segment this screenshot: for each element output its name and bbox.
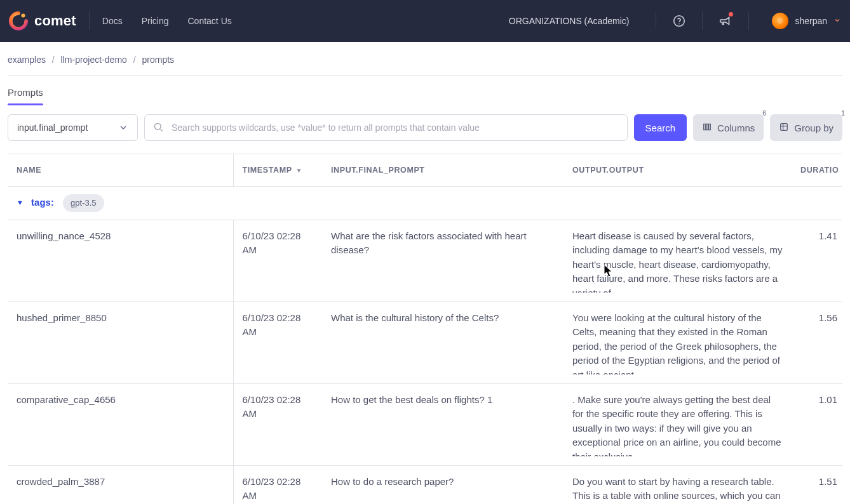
output-text: You were looking at the cultural history…: [572, 311, 784, 375]
svg-rect-5: [704, 124, 706, 129]
divider: [89, 12, 90, 30]
col-output[interactable]: OUTPUT.OUTPUT: [563, 154, 792, 187]
avatar: [772, 13, 788, 29]
col-name[interactable]: NAME: [8, 154, 233, 187]
org-label[interactable]: ORGANIZATIONS (Academic): [509, 16, 630, 26]
svg-rect-8: [781, 123, 788, 130]
divider: [656, 12, 656, 30]
groupby-icon: [779, 122, 789, 134]
chevron-down-icon: [833, 16, 841, 26]
tab-bar: Prompts: [8, 87, 842, 105]
svg-point-2: [679, 23, 680, 25]
prompts-table: NAME TIMESTAMP ▼ INPUT.FINAL_PROMPT OUTP…: [8, 154, 842, 504]
logo-text: comet: [34, 13, 76, 29]
cell-input: How to do a research paper?: [322, 465, 563, 504]
svg-point-4: [154, 123, 161, 129]
breadcrumb: examples / llm-project-demo / prompts: [8, 55, 842, 76]
cell-timestamp: 6/10/23 02:28 AM: [233, 383, 322, 465]
cell-duration: 1.56: [792, 302, 842, 383]
logo-icon: [9, 11, 28, 30]
cell-input: What are the risk factors associated wit…: [322, 220, 563, 302]
field-select-value: input.final_prompt: [17, 123, 88, 133]
col-timestamp[interactable]: TIMESTAMP ▼: [233, 154, 322, 187]
groupby-badge: 1: [841, 109, 845, 117]
nav-link-docs[interactable]: Docs: [102, 16, 123, 26]
cell-name: hushed_primer_8850: [8, 302, 233, 383]
nav-link-contact[interactable]: Contact Us: [188, 16, 232, 26]
svg-rect-6: [706, 124, 708, 129]
announcements-icon[interactable]: [715, 11, 736, 31]
cell-name: comparative_cap_4656: [8, 383, 233, 465]
cell-timestamp: 6/10/23 02:28 AM: [233, 220, 322, 302]
field-select[interactable]: input.final_prompt: [8, 114, 138, 141]
cell-name: unwilling_nance_4528: [8, 220, 233, 302]
cell-input: What is the cultural history of the Celt…: [322, 302, 563, 383]
cell-name: crowded_palm_3887: [8, 465, 233, 504]
breadcrumb-item[interactable]: examples: [8, 55, 46, 65]
group-row[interactable]: ▼ tags: gpt-3.5: [8, 187, 842, 220]
output-text: . Make sure you're always getting the be…: [572, 393, 784, 456]
table-row[interactable]: hushed_primer_8850 6/10/23 02:28 AM What…: [8, 302, 842, 383]
columns-badge: 6: [762, 109, 766, 117]
sort-desc-icon: ▼: [295, 167, 302, 174]
cell-output: . Make sure you're always getting the be…: [563, 383, 792, 465]
nav-right: ORGANIZATIONS (Academic) sherpan: [509, 11, 841, 31]
search-icon: [152, 121, 164, 135]
tag-pill: gpt-3.5: [63, 194, 104, 212]
cell-duration: 1.41: [792, 220, 842, 302]
columns-button[interactable]: Columns 6: [693, 114, 764, 141]
cell-output: Heart disease is caused by several facto…: [563, 220, 792, 302]
columns-icon: [702, 122, 712, 134]
caret-down-icon: ▼: [17, 197, 24, 208]
svg-point-0: [22, 14, 25, 18]
user-menu[interactable]: sherpan: [772, 13, 841, 29]
col-input[interactable]: INPUT.FINAL_PROMPT: [322, 154, 563, 187]
output-text: Do you want to start by having a researc…: [572, 475, 784, 505]
cell-duration: 1.51: [792, 465, 842, 504]
controls-row: input.final_prompt Search Columns 6 Grou…: [8, 114, 842, 141]
cell-output: You were looking at the cultural history…: [563, 302, 792, 383]
logo[interactable]: comet: [9, 11, 76, 30]
col-duration[interactable]: DURATIO: [792, 154, 842, 187]
help-icon[interactable]: [669, 11, 689, 31]
top-nav: comet Docs Pricing Contact Us ORGANIZATI…: [0, 0, 850, 42]
columns-label: Columns: [717, 123, 755, 133]
breadcrumb-sep: /: [133, 55, 136, 65]
cell-output: Do you want to start by having a researc…: [563, 465, 792, 504]
breadcrumb-current: prompts: [142, 55, 175, 65]
search-input[interactable]: [170, 122, 619, 133]
breadcrumb-item[interactable]: llm-project-demo: [61, 55, 127, 65]
table-row[interactable]: crowded_palm_3887 6/10/23 02:28 AM How t…: [8, 465, 842, 504]
search-button[interactable]: Search: [634, 114, 687, 141]
search-input-wrap: [144, 114, 628, 141]
user-name: sherpan: [795, 16, 827, 26]
cell-input: How to get the best deals on flights? 1: [322, 383, 563, 465]
cell-timestamp: 6/10/23 02:28 AM: [233, 465, 322, 504]
breadcrumb-sep: /: [52, 55, 55, 65]
divider: [702, 12, 703, 30]
group-label: tags:: [31, 197, 54, 208]
cell-timestamp: 6/10/23 02:28 AM: [233, 302, 322, 383]
output-text: Heart disease is caused by several facto…: [572, 229, 784, 293]
cell-duration: 1.01: [792, 383, 842, 465]
col-timestamp-label: TIMESTAMP: [243, 166, 292, 175]
chevron-down-icon: [114, 119, 132, 136]
svg-rect-7: [709, 124, 711, 129]
table-row[interactable]: comparative_cap_4656 6/10/23 02:28 AM Ho…: [8, 383, 842, 465]
svg-point-3: [778, 18, 783, 23]
groupby-button[interactable]: Group by 1: [770, 114, 842, 141]
nav-links: Docs Pricing Contact Us: [102, 16, 232, 26]
divider: [748, 12, 749, 30]
groupby-label: Group by: [794, 123, 833, 133]
nav-link-pricing[interactable]: Pricing: [142, 16, 169, 26]
table-row[interactable]: unwilling_nance_4528 6/10/23 02:28 AM Wh…: [8, 220, 842, 302]
tab-prompts[interactable]: Prompts: [8, 87, 43, 105]
